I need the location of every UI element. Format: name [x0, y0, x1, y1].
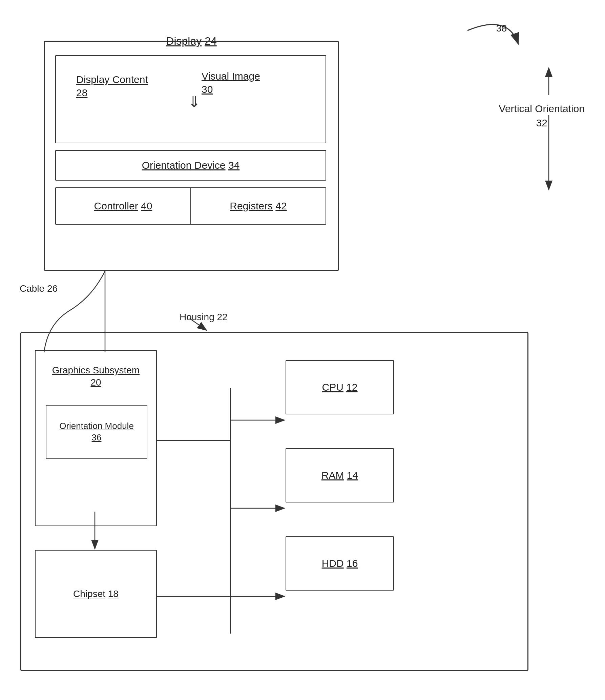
display-text: Display [166, 35, 202, 47]
housing-number: 22 [217, 312, 228, 322]
hdd-number: 16 [347, 558, 358, 569]
controller-label: Controller 40 [94, 200, 152, 212]
vertical-orientation-number: 32 [536, 117, 547, 128]
orientation-module-number: 36 [92, 432, 102, 442]
vertical-orientation-label: Vertical Orientation 32 [499, 102, 585, 130]
visual-image-label: Visual Image 30 [202, 69, 260, 96]
diagram-container: Display 24 Display Content 28 ⇓ Visual I… [0, 0, 605, 700]
hdd-text: HDD [322, 558, 344, 569]
arrow-38-label: 38 [496, 23, 507, 34]
cable-number: 26 [47, 283, 58, 294]
visual-image-text: Visual Image [202, 70, 260, 82]
housing-label: Housing 22 [180, 312, 228, 323]
display-number: 24 [205, 35, 217, 47]
graphics-subsystem-label: Graphics Subsystem 20 [52, 364, 140, 389]
vertical-orientation-text: Vertical Orientation [499, 103, 585, 114]
registers-number: 42 [275, 200, 287, 211]
ram-box: RAM 14 [286, 448, 394, 502]
visual-image-number: 30 [202, 84, 213, 95]
down-arrows-icon: ⇓ [188, 93, 201, 110]
display-content-number: 28 [76, 87, 87, 98]
ram-number: 14 [347, 470, 358, 481]
controller-box: Controller 40 [56, 188, 191, 224]
orientation-device-label: Orientation Device 34 [142, 160, 240, 171]
chipset-box: Chipset 18 [35, 550, 157, 638]
graphics-subsystem-text: Graphics Subsystem [52, 365, 140, 375]
arrow-38-number: 38 [496, 23, 507, 34]
graphics-subsystem-number: 20 [90, 377, 101, 388]
display-content-text: Display Content [76, 74, 148, 85]
cpu-text: CPU [322, 382, 343, 393]
chipset-text: Chipset [73, 589, 105, 599]
cable-text: Cable [20, 283, 44, 294]
registers-box: Registers 42 [191, 188, 326, 224]
orientation-module-label: Orientation Module 36 [59, 420, 134, 444]
display-content-box: Display Content 28 ⇓ Visual Image 30 [55, 55, 326, 143]
cable-label: Cable 26 [20, 283, 58, 294]
orientation-module-box: Orientation Module 36 [46, 405, 147, 459]
orientation-module-text: Orientation Module [59, 421, 134, 431]
graphics-subsystem-box: Graphics Subsystem 20 Orientation Module… [35, 350, 157, 526]
controller-text: Controller [94, 200, 138, 211]
ram-label: RAM 14 [321, 470, 358, 481]
chipset-number: 18 [108, 589, 119, 599]
cpu-number: 12 [346, 382, 357, 393]
housing-box: Graphics Subsystem 20 Orientation Module… [20, 332, 528, 671]
orientation-device-number: 34 [228, 160, 239, 171]
orientation-device-box: Orientation Device 34 [55, 150, 326, 181]
controller-registers-row: Controller 40 Registers 42 [55, 187, 326, 225]
registers-text: Registers [230, 200, 273, 211]
housing-text: Housing [180, 312, 214, 322]
ram-text: RAM [321, 470, 344, 481]
display-label: Display 24 [166, 35, 216, 47]
cpu-label: CPU 12 [322, 382, 357, 393]
orientation-device-text: Orientation Device [142, 160, 226, 171]
cpu-box: CPU 12 [286, 360, 394, 414]
display-box: Display 24 Display Content 28 ⇓ Visual I… [44, 41, 339, 271]
registers-label: Registers 42 [230, 200, 287, 212]
display-content-label: Display Content 28 [76, 73, 148, 99]
controller-number: 40 [141, 200, 152, 211]
hdd-label: HDD 16 [322, 558, 358, 569]
hdd-box: HDD 16 [286, 536, 394, 591]
chipset-label: Chipset 18 [73, 589, 119, 599]
